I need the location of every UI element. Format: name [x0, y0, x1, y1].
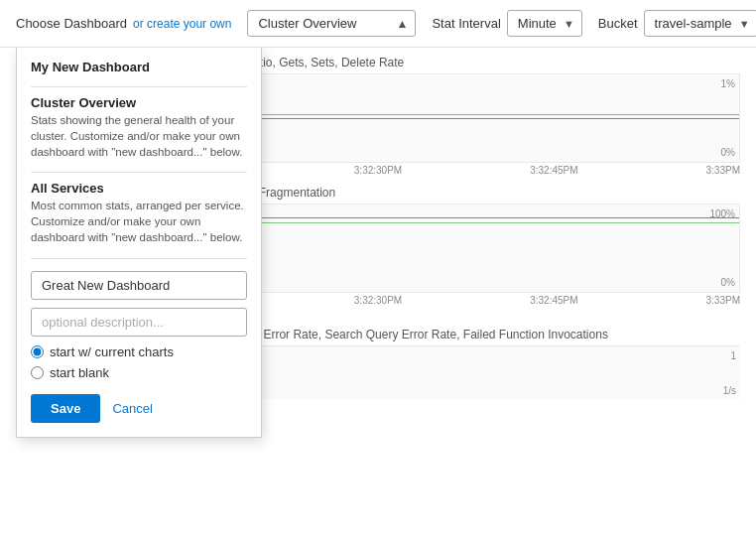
panel-item-cluster-overview: Cluster Overview Stats showing the gener…: [31, 95, 247, 160]
panel-divider-1: [31, 86, 247, 87]
bucket-section: Bucket travel-sample ▼: [598, 10, 756, 37]
bucket-select[interactable]: travel-sample: [644, 10, 756, 37]
radio-start-blank-input[interactable]: [31, 366, 44, 379]
all-services-desc: Most common stats, arranged per service.…: [31, 198, 247, 245]
cancel-button[interactable]: Cancel: [112, 394, 152, 423]
main-content: Query Rate, Temp OOM Rate, Cache Miss Ra…: [0, 48, 756, 541]
my-new-dashboard-title[interactable]: My New Dashboard: [31, 60, 247, 74]
save-button[interactable]: Save: [31, 394, 100, 423]
chart-1-y-bottom: 0%: [721, 147, 735, 158]
chart-3-y-top: 1: [730, 350, 736, 361]
radio-group: start w/ current charts start blank: [31, 344, 247, 380]
dropdown-panel: My New Dashboard Cluster Overview Stats …: [16, 48, 262, 438]
stat-interval-wrapper: Minute Hour Day ▼: [507, 10, 582, 37]
panel-item-all-services: All Services Most common stats, arranged…: [31, 181, 247, 245]
radio-start-blank[interactable]: start blank: [31, 365, 247, 380]
radio-start-blank-label: start blank: [50, 365, 109, 380]
stat-interval-label: Stat Interval: [432, 16, 500, 31]
choose-dashboard-label: Choose Dashboard: [16, 16, 127, 31]
all-services-title[interactable]: All Services: [31, 181, 247, 196]
panel-divider-2: [31, 172, 247, 173]
cluster-overview-title[interactable]: Cluster Overview: [31, 95, 247, 110]
dashboard-name-input[interactable]: [31, 271, 247, 300]
form-actions: Save Cancel: [31, 394, 247, 423]
top-bar: Choose Dashboard or create your own My N…: [0, 0, 756, 48]
radio-current-charts[interactable]: start w/ current charts: [31, 344, 247, 359]
chart-1-y-top: 1%: [721, 78, 735, 89]
bucket-wrapper: travel-sample ▼: [644, 10, 756, 37]
bucket-label: Bucket: [598, 16, 638, 31]
cluster-overview-desc: Stats showing the general health of your…: [31, 112, 247, 160]
stat-interval-select[interactable]: Minute Hour Day: [507, 10, 582, 37]
radio-current-charts-input[interactable]: [31, 345, 44, 358]
or-create-link[interactable]: or create your own: [133, 17, 231, 31]
dashboard-description-input[interactable]: [31, 308, 247, 337]
dashboard-select-wrapper: My New Dashboard Cluster Overview All Se…: [247, 10, 416, 37]
new-dashboard-form: start w/ current charts start blank Save…: [31, 258, 247, 423]
choose-dashboard-section: Choose Dashboard or create your own: [16, 16, 231, 31]
stat-interval-section: Stat Interval Minute Hour Day ▼: [432, 10, 581, 37]
chart-2-y-bottom: 0%: [721, 277, 735, 288]
panel-item-my-new-dashboard: My New Dashboard: [31, 60, 247, 74]
dashboard-select[interactable]: My New Dashboard Cluster Overview All Se…: [247, 10, 416, 37]
chart-3-y-bottom: 1/s: [723, 385, 736, 396]
radio-current-charts-label: start w/ current charts: [50, 344, 174, 359]
